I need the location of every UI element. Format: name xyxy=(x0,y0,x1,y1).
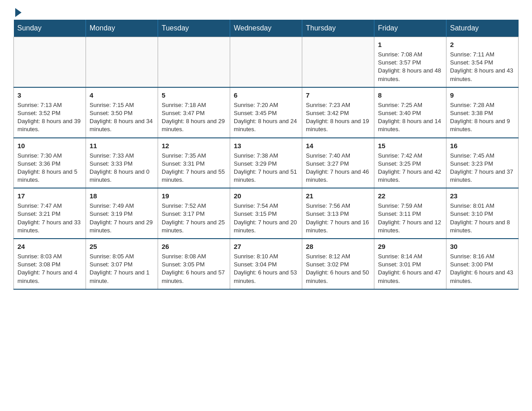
daylight-text: Daylight: 7 hours and 55 minutes. xyxy=(162,168,226,184)
calendar-cell: 1Sunrise: 7:08 AMSunset: 3:57 PMDaylight… xyxy=(374,37,446,87)
day-number: 29 xyxy=(378,242,442,251)
calendar-cell: 6Sunrise: 7:20 AMSunset: 3:45 PMDaylight… xyxy=(230,87,302,138)
week-row-1: 1Sunrise: 7:08 AMSunset: 3:57 PMDaylight… xyxy=(14,37,519,87)
day-number: 2 xyxy=(450,40,515,49)
calendar-cell: 20Sunrise: 7:54 AMSunset: 3:15 PMDayligh… xyxy=(230,188,302,239)
sunrise-text: Sunrise: 7:38 AM xyxy=(234,152,298,160)
day-number: 25 xyxy=(90,242,154,251)
sunrise-text: Sunrise: 8:08 AM xyxy=(162,253,226,261)
day-number: 1 xyxy=(378,40,442,49)
calendar-cell: 15Sunrise: 7:42 AMSunset: 3:25 PMDayligh… xyxy=(374,138,446,188)
calendar-cell: 12Sunrise: 7:35 AMSunset: 3:31 PMDayligh… xyxy=(158,138,230,188)
calendar-cell: 29Sunrise: 8:14 AMSunset: 3:01 PMDayligh… xyxy=(374,239,446,289)
daylight-text: Daylight: 8 hours and 14 minutes. xyxy=(378,117,442,133)
logo-general xyxy=(13,9,21,17)
daylight-text: Daylight: 8 hours and 0 minutes. xyxy=(90,168,154,184)
calendar-cell: 4Sunrise: 7:15 AMSunset: 3:50 PMDaylight… xyxy=(86,87,158,138)
calendar-cell: 9Sunrise: 7:28 AMSunset: 3:38 PMDaylight… xyxy=(446,87,519,138)
day-number: 10 xyxy=(17,141,82,150)
day-number: 26 xyxy=(162,242,226,251)
sunset-text: Sunset: 3:45 PM xyxy=(234,109,298,117)
sunrise-text: Sunrise: 8:05 AM xyxy=(90,253,154,261)
day-number: 17 xyxy=(17,191,82,201)
day-number: 20 xyxy=(234,191,298,201)
sunrise-text: Sunrise: 7:33 AM xyxy=(90,152,154,160)
daylight-text: Daylight: 8 hours and 29 minutes. xyxy=(162,117,226,133)
sunrise-text: Sunrise: 7:40 AM xyxy=(306,152,370,160)
sunset-text: Sunset: 3:21 PM xyxy=(17,210,82,218)
day-number: 13 xyxy=(234,141,298,150)
calendar-cell xyxy=(86,37,158,87)
sunset-text: Sunset: 3:31 PM xyxy=(162,160,226,168)
sunrise-text: Sunrise: 7:49 AM xyxy=(90,202,154,210)
weekday-header-row: SundayMondayTuesdayWednesdayThursdayFrid… xyxy=(14,20,519,37)
week-row-2: 3Sunrise: 7:13 AMSunset: 3:52 PMDaylight… xyxy=(14,87,519,138)
daylight-text: Daylight: 6 hours and 43 minutes. xyxy=(450,269,515,285)
sunset-text: Sunset: 3:33 PM xyxy=(90,160,154,168)
sunset-text: Sunset: 3:50 PM xyxy=(90,109,154,117)
daylight-text: Daylight: 7 hours and 25 minutes. xyxy=(162,218,226,235)
day-number: 12 xyxy=(162,141,226,150)
sunset-text: Sunset: 3:07 PM xyxy=(90,261,154,269)
calendar-cell: 18Sunrise: 7:49 AMSunset: 3:19 PMDayligh… xyxy=(86,188,158,239)
weekday-header-wednesday: Wednesday xyxy=(230,20,302,37)
calendar-cell: 24Sunrise: 8:03 AMSunset: 3:08 PMDayligh… xyxy=(14,239,86,289)
calendar-cell: 8Sunrise: 7:25 AMSunset: 3:40 PMDaylight… xyxy=(374,87,446,138)
weekday-header-thursday: Thursday xyxy=(302,20,374,37)
daylight-text: Daylight: 7 hours and 4 minutes. xyxy=(17,269,82,285)
sunset-text: Sunset: 3:13 PM xyxy=(306,210,370,218)
sunrise-text: Sunrise: 8:03 AM xyxy=(17,253,82,261)
sunset-text: Sunset: 3:38 PM xyxy=(450,109,515,117)
week-row-4: 17Sunrise: 7:47 AMSunset: 3:21 PMDayligh… xyxy=(14,188,519,239)
daylight-text: Daylight: 8 hours and 48 minutes. xyxy=(378,67,442,83)
calendar-cell: 13Sunrise: 7:38 AMSunset: 3:29 PMDayligh… xyxy=(230,138,302,188)
weekday-header-friday: Friday xyxy=(374,20,446,37)
sunrise-text: Sunrise: 7:45 AM xyxy=(450,152,515,160)
calendar-cell xyxy=(230,37,302,87)
daylight-text: Daylight: 6 hours and 53 minutes. xyxy=(234,269,298,285)
sunset-text: Sunset: 3:36 PM xyxy=(17,160,82,168)
daylight-text: Daylight: 7 hours and 16 minutes. xyxy=(306,218,370,235)
calendar-cell: 7Sunrise: 7:23 AMSunset: 3:42 PMDaylight… xyxy=(302,87,374,138)
sunrise-text: Sunrise: 7:42 AM xyxy=(378,152,442,160)
sunrise-text: Sunrise: 7:15 AM xyxy=(90,101,154,109)
sunset-text: Sunset: 3:54 PM xyxy=(450,59,515,67)
daylight-text: Daylight: 7 hours and 51 minutes. xyxy=(234,168,298,184)
daylight-text: Daylight: 8 hours and 19 minutes. xyxy=(306,117,370,133)
calendar-cell: 14Sunrise: 7:40 AMSunset: 3:27 PMDayligh… xyxy=(302,138,374,188)
sunrise-text: Sunrise: 7:23 AM xyxy=(306,101,370,109)
day-number: 18 xyxy=(90,191,154,201)
calendar-cell: 30Sunrise: 8:16 AMSunset: 3:00 PMDayligh… xyxy=(446,239,519,289)
sunset-text: Sunset: 3:42 PM xyxy=(306,109,370,117)
calendar-cell: 16Sunrise: 7:45 AMSunset: 3:23 PMDayligh… xyxy=(446,138,519,188)
sunrise-text: Sunrise: 7:47 AM xyxy=(17,202,82,210)
sunrise-text: Sunrise: 8:10 AM xyxy=(234,253,298,261)
daylight-text: Daylight: 8 hours and 39 minutes. xyxy=(17,117,82,133)
daylight-text: Daylight: 7 hours and 33 minutes. xyxy=(17,218,82,235)
calendar-cell xyxy=(158,37,230,87)
sunset-text: Sunset: 3:11 PM xyxy=(378,210,442,218)
sunset-text: Sunset: 3:52 PM xyxy=(17,109,82,117)
daylight-text: Daylight: 8 hours and 9 minutes. xyxy=(450,117,515,133)
sunset-text: Sunset: 3:17 PM xyxy=(162,210,226,218)
sunset-text: Sunset: 3:57 PM xyxy=(378,59,442,67)
daylight-text: Daylight: 8 hours and 43 minutes. xyxy=(450,67,515,83)
day-number: 7 xyxy=(306,90,370,100)
calendar-cell: 5Sunrise: 7:18 AMSunset: 3:47 PMDaylight… xyxy=(158,87,230,138)
day-number: 23 xyxy=(450,191,515,201)
weekday-header-sunday: Sunday xyxy=(14,20,86,37)
calendar-cell: 22Sunrise: 7:59 AMSunset: 3:11 PMDayligh… xyxy=(374,188,446,239)
day-number: 15 xyxy=(378,141,442,150)
calendar-cell: 23Sunrise: 8:01 AMSunset: 3:10 PMDayligh… xyxy=(446,188,519,239)
sunset-text: Sunset: 3:29 PM xyxy=(234,160,298,168)
calendar-cell: 21Sunrise: 7:56 AMSunset: 3:13 PMDayligh… xyxy=(302,188,374,239)
daylight-text: Daylight: 7 hours and 8 minutes. xyxy=(450,218,515,235)
daylight-text: Daylight: 6 hours and 57 minutes. xyxy=(162,269,226,285)
sunrise-text: Sunrise: 7:08 AM xyxy=(378,51,442,59)
day-number: 21 xyxy=(306,191,370,201)
sunset-text: Sunset: 3:00 PM xyxy=(450,261,515,269)
sunrise-text: Sunrise: 7:35 AM xyxy=(162,152,226,160)
daylight-text: Daylight: 7 hours and 46 minutes. xyxy=(306,168,370,184)
weekday-header-saturday: Saturday xyxy=(446,20,519,37)
week-row-5: 24Sunrise: 8:03 AMSunset: 3:08 PMDayligh… xyxy=(14,239,519,289)
